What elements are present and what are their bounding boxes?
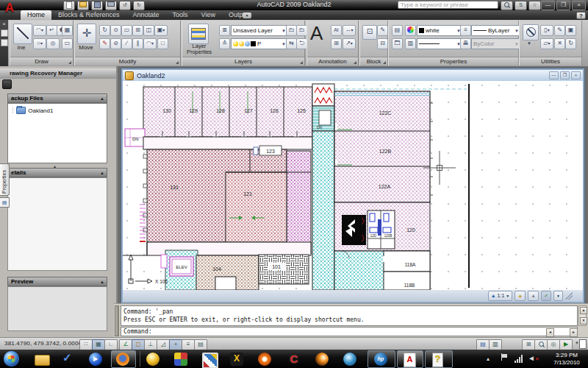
backup-files-header[interactable]: ackup Files ▲ [7, 93, 107, 103]
copy-icon[interactable]: ⊙ [110, 25, 121, 36]
tray-clock[interactable]: 3:29 PM 7/13/2010 [547, 352, 587, 367]
layer-state-icon[interactable]: ≣ [219, 25, 230, 36]
communication-center-icon[interactable]: S [514, 1, 527, 10]
mirror-icon[interactable]: ◫ [143, 25, 154, 36]
plotstyle-icon[interactable]: 🖶 [460, 38, 471, 49]
lwt-toggle[interactable]: ≡ [182, 339, 195, 350]
scale-icon[interactable]: ▣▾ [154, 25, 168, 36]
tab-view[interactable]: View [195, 10, 222, 20]
stretch-icon[interactable]: ▭ [121, 25, 132, 36]
line-tool-button[interactable] [13, 24, 32, 44]
paste-icon[interactable]: ▯▾ [540, 25, 553, 36]
copy-clip-icon[interactable]: ▱▾ [540, 38, 553, 49]
text-edit-icon[interactable]: AI [331, 25, 342, 36]
select-all-icon[interactable]: ↻ [565, 38, 576, 49]
lineweight-icon[interactable]: ≡ [460, 25, 471, 36]
save-icon[interactable] [91, 1, 103, 10]
color-wheel-icon[interactable] [405, 25, 416, 36]
command-scrollbar[interactable]: ▲ ▼ [578, 305, 587, 326]
quick-select-icon[interactable]: ✎ [554, 25, 565, 36]
panel-expand-icon[interactable] [68, 61, 71, 64]
multileader-icon[interactable]: ↗▾ [343, 38, 356, 49]
new-file-icon[interactable] [63, 1, 75, 10]
action-center-flag-icon[interactable] [501, 353, 507, 362]
list-icon[interactable]: 🗔 [392, 38, 403, 49]
qp-toggle[interactable]: ▤ [194, 339, 207, 350]
move-tool-button[interactable]: ✛ [77, 24, 96, 44]
properties-palette-tab[interactable]: Properties [0, 163, 10, 196]
autocad-logo[interactable]: A [1, 0, 18, 18]
panel-expand-icon[interactable] [176, 61, 179, 64]
rectangle-icon[interactable]: ▭ [62, 38, 73, 49]
open-file-icon[interactable] [77, 1, 89, 10]
panel-expand-icon[interactable] [354, 61, 356, 64]
panel-expand-icon[interactable] [383, 61, 386, 64]
dimension-icon[interactable]: ↔▾ [343, 25, 356, 36]
moon-app-icon[interactable] [315, 353, 329, 366]
dyn-toggle[interactable]: + [169, 339, 182, 350]
offset-icon[interactable]: □ [157, 38, 168, 49]
scroll-down-icon[interactable]: ▼ [580, 317, 587, 325]
break-icon[interactable]: ∕ [121, 38, 132, 49]
explode-icon[interactable]: ⊘ [110, 38, 121, 49]
plot-icon[interactable] [105, 1, 117, 10]
search-icon[interactable] [501, 1, 513, 10]
backup-files-tree[interactable]: ┊ Oakland1 [7, 103, 107, 163]
otrack-toggle[interactable]: ⊥ [144, 339, 157, 350]
measure-tool-button[interactable] [523, 24, 539, 40]
details-header[interactable]: etails ▲ [7, 168, 107, 177]
xara-app-icon[interactable]: X [230, 353, 243, 366]
insert-block-icon[interactable]: ⊡ [362, 25, 377, 40]
multiline-text-button[interactable]: A [310, 22, 323, 45]
drawing-window-titlebar[interactable]: Oakland2 — ❐ × [123, 70, 583, 81]
hatch-icon[interactable]: ▦ [62, 25, 73, 36]
palette-doc-icon[interactable] [1, 29, 8, 37]
tab-tools[interactable]: Tools [166, 10, 195, 20]
collapse-arrow-icon[interactable]: ▲ [100, 169, 104, 177]
child-minimize-icon[interactable]: — [549, 71, 559, 79]
tab-blocks-references[interactable]: Blocks & References [51, 10, 126, 20]
zoom-tool-icon[interactable] [534, 339, 548, 350]
annotation-autoscale-button[interactable]: ▲ [528, 291, 539, 301]
measure-dropdown-icon[interactable]: ▼ [527, 41, 531, 46]
properties-palette-icon[interactable]: ▤ [0, 197, 10, 208]
minimize-button[interactable]: — [541, 1, 555, 10]
layer-match-icon[interactable]: ⇆ [286, 38, 297, 49]
child-restore-icon[interactable]: ❐ [560, 71, 570, 79]
block-attr-icon[interactable]: ⊟ [377, 38, 388, 49]
palette-pin-icon[interactable] [2, 79, 12, 89]
layer-dropdown[interactable]: Unsaved Layer▼ [231, 25, 288, 36]
preview-header[interactable]: Preview ▲ [7, 277, 107, 286]
favorites-star-icon[interactable]: ☆ [528, 1, 541, 10]
layout-button[interactable]: ▥ [489, 339, 502, 350]
linetype-icon[interactable]: ▥ [405, 38, 416, 49]
model-button[interactable]: ▤ [476, 339, 490, 350]
ortho-toggle[interactable]: ∟ [104, 339, 118, 350]
break-at-point-icon[interactable]: ∥ [132, 38, 143, 49]
explorer-folder-icon[interactable] [35, 355, 50, 366]
status-strip-menu-button[interactable]: ▼ [553, 291, 563, 301]
drawing-canvas[interactable]: 130 129 128 127 126 125 DN [123, 81, 583, 290]
search-input[interactable]: Type a keyword or phrase [398, 1, 498, 9]
globe-app-icon[interactable] [343, 353, 356, 366]
checkmark-app-icon[interactable]: ✓ [62, 351, 76, 364]
child-close-icon[interactable]: × [571, 71, 581, 79]
palette-doc2-icon[interactable] [1, 39, 8, 46]
lineweight-dropdown[interactable]: ByLayer▼ [471, 25, 521, 36]
network-signal-icon[interactable] [514, 355, 523, 363]
tab-annotate[interactable]: Annotate [126, 10, 166, 20]
ribbon-minimize-icon[interactable]: ▼ [243, 13, 251, 18]
orange-ring-app-icon[interactable] [258, 353, 271, 366]
panel-annotation-label[interactable]: Annotation [307, 57, 358, 66]
annotation-toggle-button[interactable]: ✓ [541, 291, 551, 301]
array-icon[interactable]: ⊞ [132, 25, 143, 36]
palette-title[interactable]: rawing Recovery Manager [0, 68, 116, 79]
gold-app-icon[interactable] [146, 353, 159, 366]
scroll-up-icon[interactable]: ▲ [580, 307, 587, 314]
command-history[interactable]: Command: '_pan Press ESC or ENTER to exi… [121, 305, 578, 326]
arc-icon[interactable]: ◠▾ [33, 25, 46, 36]
ducs-toggle[interactable]: ◿ [157, 339, 170, 350]
show-motion-icon[interactable]: ▶ [559, 339, 573, 350]
scroll-left-icon[interactable]: ◄ [546, 328, 554, 337]
layer-isolate-icon[interactable]: 🗀 [286, 25, 297, 36]
